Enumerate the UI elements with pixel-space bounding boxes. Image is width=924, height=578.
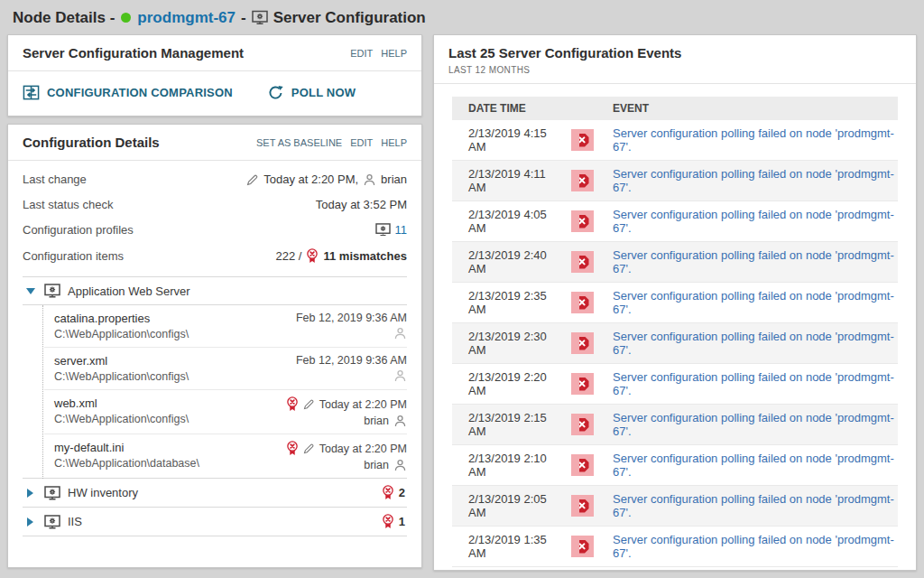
events-panel-subtitle: LAST 12 MONTHS: [448, 65, 681, 75]
person-icon: [393, 327, 407, 340]
configuration-details-panel: Configuration Details SET AS BASELINE ED…: [7, 124, 422, 568]
event-message-link[interactable]: Server configuration polling failed on n…: [613, 330, 898, 357]
error-icon: [551, 414, 613, 435]
pencil-icon: [303, 443, 315, 454]
event-row: 2/13/2019 1:35 AM Server configuration p…: [452, 527, 898, 567]
configuration-profiles-count: 11: [395, 223, 408, 237]
tree-group-hw-inventory[interactable]: HW inventory 2: [23, 479, 407, 508]
mismatch-badge-icon: [382, 514, 394, 529]
person-icon: [393, 459, 407, 471]
error-icon: [551, 373, 613, 395]
tree-group-iis[interactable]: IIS 1: [23, 508, 407, 536]
events-panel: Last 25 Server Configuration Events LAST…: [433, 34, 917, 571]
edit-link[interactable]: EDIT: [350, 137, 373, 148]
event-datetime: 2/13/2019 2:15 AM: [452, 411, 551, 438]
event-row: 2/13/2019 2:30 AM Server configuration p…: [452, 323, 898, 364]
last-change-label: Last change: [23, 172, 87, 186]
page-title-view: Server Configuration: [273, 9, 426, 27]
event-message-link[interactable]: Server configuration polling failed on n…: [613, 167, 898, 194]
configuration-items-total: 222 /: [276, 249, 302, 263]
node-name-link[interactable]: prodmgmt-67: [137, 9, 236, 27]
config-file-name: my-default.ini: [54, 441, 199, 454]
event-datetime: 2/13/2019 2:35 AM: [452, 289, 551, 316]
node-up-status-icon: [121, 13, 131, 23]
mismatch-badge-icon: [306, 248, 319, 264]
configuration-items-label: Configuration items: [23, 249, 124, 263]
error-icon: [551, 210, 613, 232]
error-icon: [551, 170, 613, 191]
tree-group-label: HW inventory: [68, 486, 138, 499]
page-title: Node Details - prodmgmt-67 - Server Conf…: [0, 0, 924, 34]
event-datetime: 2/13/2019 4:15 AM: [452, 126, 551, 154]
event-row: 2/13/2019 2:35 AM Server configuration p…: [452, 283, 898, 323]
config-file-row[interactable]: web.xml C:\WebApplication\configs\ Today…: [44, 390, 407, 434]
error-icon: [551, 332, 613, 354]
config-file-user: brian: [364, 459, 389, 471]
set-as-baseline-link[interactable]: SET AS BASELINE: [256, 137, 342, 148]
error-icon: [551, 251, 613, 273]
event-row: 2/13/2019 2:20 AM Server configuration p…: [452, 364, 898, 405]
page-title-prefix: Node Details -: [13, 9, 115, 27]
event-message-link[interactable]: Server configuration polling failed on n…: [613, 411, 898, 438]
configuration-profiles-label: Configuration profiles: [23, 223, 134, 237]
collapse-icon[interactable]: [26, 288, 35, 294]
error-icon: [551, 454, 613, 476]
last-status-check-value: Today at 3:52 PM: [316, 198, 407, 211]
last-change-time: Today at 2:20 PM,: [263, 172, 358, 186]
config-file-row[interactable]: server.xml C:\WebApplication\configs\ Fe…: [44, 348, 407, 390]
details-panel-title: Configuration Details: [23, 134, 160, 152]
config-file-row[interactable]: catalina.properties C:\WebApplication\co…: [44, 305, 407, 348]
comparison-icon: [23, 84, 40, 101]
error-icon: [551, 495, 613, 517]
events-table-header: DATE TIME EVENT: [452, 97, 898, 120]
poll-now-label: POLL NOW: [291, 86, 356, 99]
event-message-link[interactable]: Server configuration polling failed on n…: [613, 452, 898, 479]
configuration-tree: Application Web Server catalina.properti…: [23, 276, 407, 536]
configuration-comparison-button[interactable]: CONFIGURATION COMPARISON: [23, 84, 233, 101]
event-message-link[interactable]: Server configuration polling failed on n…: [613, 248, 898, 275]
event-datetime: 2/13/2019 2:05 AM: [452, 492, 551, 519]
poll-now-button[interactable]: POLL NOW: [267, 84, 356, 101]
config-file-user: brian: [364, 415, 389, 427]
edit-link[interactable]: EDIT: [350, 48, 373, 59]
config-file-date: Today at 2:20 PM: [319, 443, 407, 455]
error-icon: [551, 129, 613, 151]
person-icon: [393, 415, 407, 427]
event-datetime: 2/13/2019 2:30 AM: [452, 330, 551, 357]
help-link[interactable]: HELP: [381, 48, 407, 59]
event-message-link[interactable]: Server configuration polling failed on n…: [613, 533, 898, 560]
expand-icon[interactable]: [27, 517, 33, 527]
column-header-datetime: DATE TIME: [452, 102, 613, 115]
column-header-event: EVENT: [613, 102, 898, 115]
events-panel-title: Last 25 Server Configuration Events: [448, 44, 681, 62]
config-file-date: Feb 12, 2019 9:36 AM: [296, 312, 407, 324]
event-message-link[interactable]: Server configuration polling failed on n…: [613, 492, 898, 519]
event-datetime: 2/13/2019 2:10 AM: [452, 452, 551, 479]
help-link[interactable]: HELP: [381, 137, 407, 148]
event-message-link[interactable]: Server configuration polling failed on n…: [613, 208, 898, 235]
event-row: 2/13/2019 2:15 AM Server configuration p…: [452, 405, 898, 445]
event-row: 2/13/2019 4:11 AM Server configuration p…: [452, 161, 898, 201]
event-row: 2/13/2019 2:05 AM Server configuration p…: [452, 486, 898, 527]
server-profile-icon: [44, 284, 60, 298]
refresh-icon: [267, 84, 284, 101]
event-datetime: 2/13/2019 2:20 AM: [452, 370, 551, 397]
configuration-items-mismatches: 11 mismatches: [323, 249, 407, 263]
event-message-link[interactable]: Server configuration polling failed on n…: [613, 289, 898, 316]
server-profile-icon: [44, 515, 60, 529]
event-datetime: 2/13/2019 4:11 AM: [452, 167, 551, 194]
config-file-row[interactable]: my-default.ini C:\WebApplication\databas…: [23, 434, 407, 479]
person-icon: [393, 369, 407, 382]
event-datetime: 2/13/2019 1:35 AM: [452, 533, 551, 560]
configuration-comparison-label: CONFIGURATION COMPARISON: [47, 86, 233, 99]
event-row: 2/13/2019 2:40 AM Server configuration p…: [452, 242, 898, 283]
tree-group-application-web-server[interactable]: Application Web Server: [23, 277, 407, 305]
person-icon: [363, 173, 376, 186]
event-row: 2/13/2019 2:10 AM Server configuration p…: [452, 445, 898, 486]
config-file-path: C:\WebApplication\configs\: [54, 413, 189, 425]
config-file-name: catalina.properties: [54, 312, 189, 325]
mismatch-count: 1: [399, 515, 405, 528]
event-message-link[interactable]: Server configuration polling failed on n…: [613, 370, 898, 397]
event-message-link[interactable]: Server configuration polling failed on n…: [613, 126, 898, 154]
expand-icon[interactable]: [27, 489, 33, 498]
